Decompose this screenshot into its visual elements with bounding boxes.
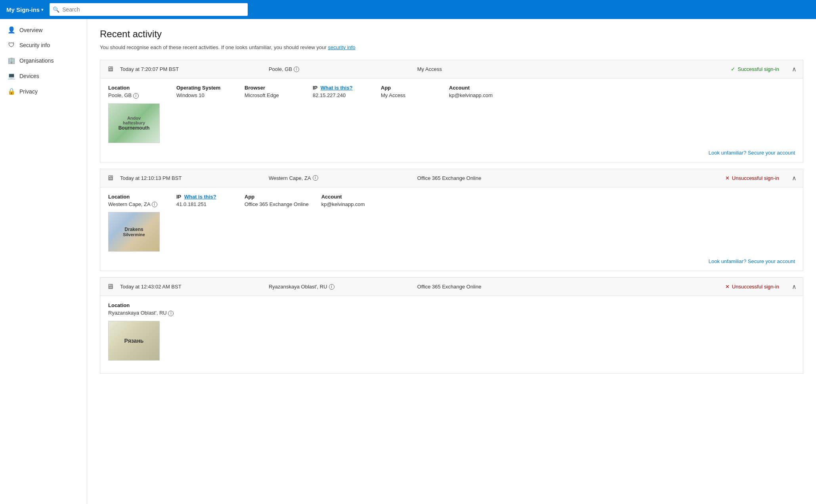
app-label-1: App	[381, 85, 436, 91]
location-header-text-2: Western Cape, ZA	[269, 175, 311, 181]
location-detail-info-1[interactable]: i	[133, 93, 139, 99]
location-detail-info-2[interactable]: i	[152, 202, 157, 207]
ip-value-2: 41.0.181.251	[176, 201, 232, 207]
signin-status-2: ✕ Unsuccessful sign-in	[566, 175, 785, 181]
search-icon: 🔍	[53, 6, 59, 13]
sidebar-label-security-info: Security info	[19, 42, 50, 48]
subtitle-text: You should recognise each of these recen…	[100, 44, 327, 50]
detail-col-account-1: Account kp@kelvinapp.com	[449, 85, 505, 143]
org-icon: 🏢	[8, 57, 15, 64]
status-text-3: Unsuccessful sign-in	[732, 284, 779, 290]
location-detail-info-3[interactable]: i	[168, 311, 174, 316]
status-text-2: Unsuccessful sign-in	[732, 175, 779, 181]
security-info-link[interactable]: security info	[328, 44, 355, 50]
checkmark-icon-1: ✓	[731, 66, 735, 72]
sidebar: 👤 Overview 🛡 Security info 🏢 Organisatio…	[0, 19, 87, 504]
ip-what-is-this-2[interactable]: What is this?	[184, 194, 216, 200]
detail-col-app-1: App My Access	[381, 85, 436, 143]
detail-col-location-2: Location Western Cape, ZA i Drakens Silv…	[108, 194, 164, 252]
ip-label-1: IP What is this?	[313, 85, 368, 91]
ip-what-is-this-1[interactable]: What is this?	[321, 85, 353, 91]
collapse-icon-2[interactable]: ∧	[792, 174, 797, 182]
browser-label-1: Browser	[245, 85, 300, 91]
privacy-icon: 🔒	[8, 88, 15, 95]
location-value-1: Poole, GB i	[108, 92, 164, 99]
sidebar-label-devices: Devices	[19, 73, 39, 79]
collapse-icon-3[interactable]: ∧	[792, 283, 797, 290]
collapse-icon-1[interactable]: ∧	[792, 65, 797, 73]
signin-app-2: Office 365 Exchange Online	[417, 175, 560, 181]
signin-card-3-header[interactable]: 🖥 Today at 12:43:02 AM BST Ryazanskaya O…	[100, 278, 803, 296]
map-1: Andov haftesbury Bournemouth	[108, 103, 160, 143]
signin-card-1-header[interactable]: 🖥 Today at 7:20:07 PM BST Poole, GB i My…	[100, 60, 803, 78]
app-label-2: App	[245, 194, 309, 200]
sidebar-item-security-info[interactable]: 🛡 Security info	[0, 38, 87, 53]
signin-details-3: Location Ryazanskaya Oblast', RU i Рязан…	[108, 302, 795, 361]
account-value-1: kp@kelvinapp.com	[449, 92, 505, 98]
location-header-text-3: Ryazanskaya Oblast', RU	[269, 284, 327, 290]
signin-time-2: Today at 12:10:13 PM BST	[120, 175, 262, 181]
signin-location-2: Western Cape, ZA i	[269, 175, 411, 181]
secure-account-link-1[interactable]: Look unfamiliar? Secure your account	[709, 150, 795, 156]
secure-link-1: Look unfamiliar? Secure your account	[108, 149, 795, 156]
location-label-3: Location	[108, 302, 174, 308]
location-label-2: Location	[108, 194, 164, 200]
app-title[interactable]: My Sign-ins ▾	[6, 6, 43, 13]
detail-col-location-1: Location Poole, GB i Andov haftesbury Bo…	[108, 85, 164, 143]
secure-link-2: Look unfamiliar? Secure your account	[108, 258, 795, 264]
location-header-text-1: Poole, GB	[269, 66, 292, 72]
search-input[interactable]	[50, 3, 248, 16]
location-label-1: Location	[108, 85, 164, 91]
map-2: Drakens Silvermine	[108, 212, 160, 252]
ip-label-text-1: IP	[313, 85, 317, 91]
app-value-1: My Access	[381, 92, 436, 98]
sidebar-item-organisations[interactable]: 🏢 Organisations	[0, 53, 87, 68]
signin-body-2: Location Western Cape, ZA i Drakens Silv…	[100, 187, 803, 271]
signin-time-3: Today at 12:43:02 AM BST	[120, 284, 262, 290]
location-info-icon-3[interactable]: i	[329, 284, 334, 290]
sidebar-item-devices[interactable]: 💻 Devices	[0, 68, 87, 84]
app-title-text: My Sign-ins	[6, 6, 40, 13]
main-content: Recent activity You should recognise eac…	[87, 19, 816, 504]
map-label-3: Рязань	[123, 336, 145, 346]
sidebar-item-overview[interactable]: 👤 Overview	[0, 22, 87, 38]
map-3: Рязань	[108, 321, 160, 361]
ip-value-1: 82.15.227.240	[313, 92, 368, 98]
status-text-1: Successful sign-in	[738, 66, 779, 72]
location-value-2: Western Cape, ZA i	[108, 201, 164, 208]
signin-location-1: Poole, GB i	[269, 66, 411, 72]
detail-col-ip-1: IP What is this? 82.15.227.240	[313, 85, 368, 143]
title-chevron-icon: ▾	[41, 8, 43, 12]
signin-details-2: Location Western Cape, ZA i Drakens Silv…	[108, 194, 795, 252]
detail-col-account-2: Account kp@kelvinapp.com	[321, 194, 377, 252]
topbar: My Sign-ins ▾ 🔍	[0, 0, 816, 19]
layout: 👤 Overview 🛡 Security info 🏢 Organisatio…	[0, 19, 816, 504]
device-icon: 💻	[8, 72, 15, 80]
page-title: Recent activity	[100, 29, 803, 40]
location-value-text-2: Western Cape, ZA	[108, 201, 150, 207]
os-label-1: Operating System	[176, 85, 232, 91]
detail-col-app-2: App Office 365 Exchange Online	[245, 194, 309, 252]
detail-col-location-3: Location Ryazanskaya Oblast', RU i Рязан…	[108, 302, 174, 361]
signin-card-1: 🖥 Today at 7:20:07 PM BST Poole, GB i My…	[100, 60, 803, 162]
app-value-2: Office 365 Exchange Online	[245, 201, 309, 207]
secure-account-link-2[interactable]: Look unfamiliar? Secure your account	[709, 258, 795, 264]
location-info-icon-2[interactable]: i	[313, 175, 318, 181]
location-value-3: Ryazanskaya Oblast', RU i	[108, 310, 174, 316]
signin-card-2: 🖥 Today at 12:10:13 PM BST Western Cape,…	[100, 169, 803, 271]
location-info-icon-1[interactable]: i	[294, 67, 299, 72]
signin-location-3: Ryazanskaya Oblast', RU i	[269, 284, 411, 290]
signin-details-1: Location Poole, GB i Andov haftesbury Bo…	[108, 85, 795, 143]
signin-status-1: ✓ Successful sign-in	[566, 66, 785, 72]
signin-status-3: ✕ Unsuccessful sign-in	[566, 284, 785, 290]
detail-col-browser-1: Browser Microsoft Edge	[245, 85, 300, 143]
signin-body-1: Location Poole, GB i Andov haftesbury Bo…	[100, 78, 803, 162]
account-value-2: kp@kelvinapp.com	[321, 201, 377, 207]
signin-card-2-header[interactable]: 🖥 Today at 12:10:13 PM BST Western Cape,…	[100, 169, 803, 187]
os-value-1: Windows 10	[176, 92, 232, 98]
sidebar-item-privacy[interactable]: 🔒 Privacy	[0, 84, 87, 99]
person-icon: 👤	[8, 26, 15, 34]
search-wrap: 🔍	[50, 3, 248, 16]
account-label-1: Account	[449, 85, 505, 91]
ip-label-2: IP What is this?	[176, 194, 232, 200]
